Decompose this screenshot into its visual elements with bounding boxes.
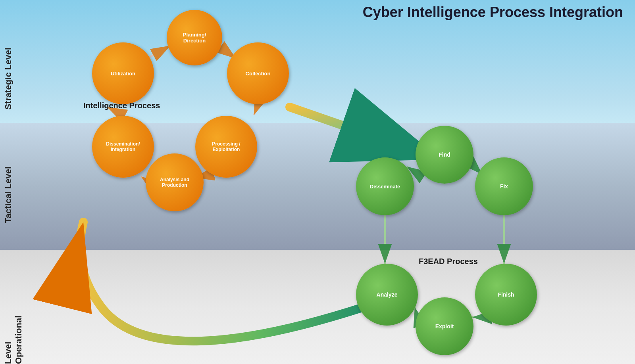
operational-level-label: Operational Level xyxy=(3,293,24,364)
planning-label: Planning/ Direction xyxy=(183,32,206,44)
utilization-circle: Utilization xyxy=(92,42,154,104)
find-circle: Find xyxy=(416,126,473,184)
intel-process-label: Intelligence Process xyxy=(83,101,160,110)
strategic-level-label: Strategic Level xyxy=(3,48,13,110)
disseminate-circle: Disseminate xyxy=(356,157,414,215)
analyze-circle: Analyze xyxy=(356,264,418,326)
processing-circle: Processing / Exploitation xyxy=(195,116,257,178)
find-label: Find xyxy=(439,151,450,158)
finish-circle: Finish xyxy=(475,264,537,326)
collection-label: Collection xyxy=(246,71,271,77)
analysis-circle: Analysis and Production xyxy=(146,153,204,211)
analyze-label: Analyze xyxy=(377,291,398,298)
fix-label: Fix xyxy=(500,183,508,190)
exploit-label: Exploit xyxy=(435,323,454,330)
analysis-label: Analysis and Production xyxy=(160,177,189,188)
f3ead-label: F3EAD Process xyxy=(419,257,478,266)
tactical-level-label: Tactical Level xyxy=(3,167,13,223)
planning-circle: Planning/ Direction xyxy=(167,10,222,65)
utilization-label: Utilization xyxy=(111,71,135,77)
dissemination-label: Dissemination/ Integration xyxy=(106,141,140,152)
dissemination-circle: Dissemination/ Integration xyxy=(92,116,154,178)
page-title: Cyber Intelligence Process Integration xyxy=(363,4,623,21)
operational-level-bg xyxy=(0,250,635,364)
finish-label: Finish xyxy=(498,291,514,298)
fix-circle: Fix xyxy=(475,157,533,215)
main-container: Cyber Intelligence Process Integration S… xyxy=(0,0,635,364)
collection-circle: Collection xyxy=(227,42,289,104)
disseminate-label: Disseminate xyxy=(370,184,400,190)
processing-label: Processing / Exploitation xyxy=(212,141,240,152)
exploit-circle: Exploit xyxy=(416,297,473,355)
